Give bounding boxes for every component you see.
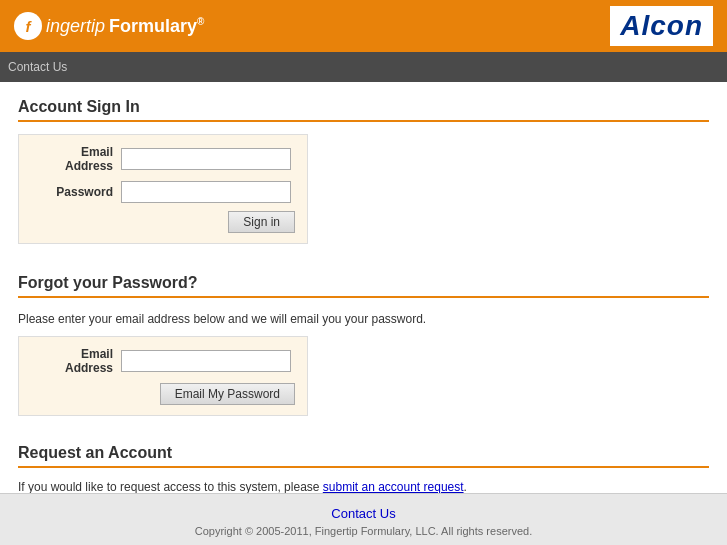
forgot-divider [18,296,709,298]
footer-contact-us-link[interactable]: Contact Us [0,506,727,521]
request-title: Request an Account [18,444,709,462]
footer: Contact Us Copyright © 2005-2011, Finger… [0,493,727,545]
logo-formulary-text: Formulary® [109,16,204,37]
forgot-email-input[interactable] [121,350,291,372]
request-text-suffix: . [464,480,467,494]
header: f ingertip Formulary® Alcon [0,0,727,52]
signin-divider [18,120,709,122]
navbar-contact-us-link[interactable]: Contact Us [8,60,67,74]
forgot-button-row: Email My Password [31,383,295,405]
request-divider [18,466,709,468]
forgot-form-panel: Email Address Email My Password [18,336,308,416]
password-input[interactable] [121,181,291,203]
request-description: If you would like to request access to t… [18,480,709,494]
forgot-email-label: Email Address [31,347,121,375]
request-section: Request an Account If you would like to … [18,444,709,494]
footer-copyright: Copyright © 2005-2011, Fingertip Formula… [0,525,727,537]
signin-form-panel: Email Address Password Sign in [18,134,308,244]
logo-circle-icon: f [14,12,42,40]
submit-account-request-link[interactable]: submit an account request [323,480,464,494]
signin-section: Account Sign In Email Address Password S… [18,98,709,258]
logo-left: f ingertip Formulary® [14,12,204,40]
email-label: Email Address [31,145,121,173]
signin-button-row: Sign in [31,211,295,233]
alcon-logo: Alcon [610,6,713,46]
navbar: Contact Us [0,52,727,82]
request-text-prefix: If you would like to request access to t… [18,480,323,494]
sign-in-button[interactable]: Sign in [228,211,295,233]
forgot-title: Forgot your Password? [18,274,709,292]
email-input[interactable] [121,148,291,170]
email-password-button[interactable]: Email My Password [160,383,295,405]
password-row: Password [31,181,295,203]
logo-registered-icon: ® [197,16,204,27]
main-content: Account Sign In Email Address Password S… [0,82,727,524]
forgot-email-row: Email Address [31,347,295,375]
logo-fingertip-text: ingertip [46,16,105,37]
logo-f-letter: f [26,18,31,35]
forgot-description: Please enter your email address below an… [18,310,709,328]
password-label: Password [31,185,121,199]
forgot-section: Forgot your Password? Please enter your … [18,274,709,430]
signin-title: Account Sign In [18,98,709,116]
email-row: Email Address [31,145,295,173]
